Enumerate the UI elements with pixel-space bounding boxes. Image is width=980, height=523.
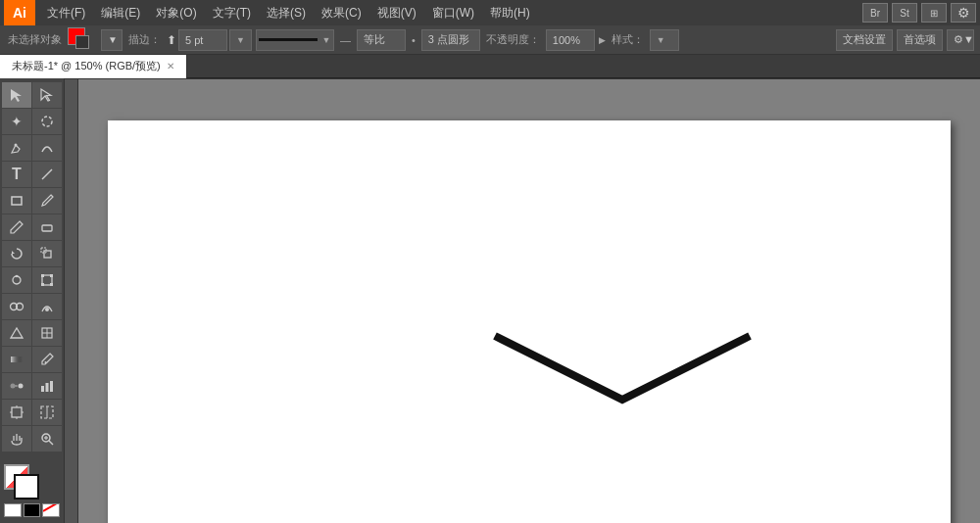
- rotate-tool[interactable]: [2, 241, 31, 266]
- menu-select[interactable]: 选择(S): [259, 0, 314, 25]
- mesh-tool[interactable]: [32, 320, 62, 346]
- eyedropper-tool[interactable]: [32, 347, 62, 372]
- stroke-preview[interactable]: ▼: [256, 29, 334, 51]
- svg-point-1: [15, 144, 18, 147]
- none-swatch[interactable]: [42, 503, 60, 517]
- eraser-tool[interactable]: [32, 214, 62, 240]
- ruler-wrapper: [65, 78, 980, 523]
- svg-point-0: [42, 117, 52, 126]
- paintbrush-tool[interactable]: [32, 188, 62, 214]
- selection-tool[interactable]: [2, 82, 31, 108]
- blend-tool[interactable]: [2, 373, 31, 399]
- preferences-btn[interactable]: 首选项: [897, 29, 943, 51]
- magic-wand-tool[interactable]: ✦: [2, 109, 31, 134]
- svg-point-17: [45, 308, 49, 311]
- menu-window[interactable]: 窗口(W): [424, 0, 482, 25]
- bridge-icon-btn[interactable]: Br: [862, 3, 888, 23]
- tab-0-close[interactable]: ✕: [167, 61, 174, 71]
- puppet-warp-tool[interactable]: [2, 267, 31, 293]
- svg-rect-4: [42, 225, 52, 231]
- lasso-tool[interactable]: [32, 109, 62, 134]
- stroke-width-value[interactable]: 5 pt: [178, 29, 227, 51]
- doc-settings-btn[interactable]: 文档设置: [836, 29, 893, 51]
- white-swatch[interactable]: [4, 503, 22, 517]
- free-transform-tool[interactable]: [32, 267, 62, 293]
- style-btn[interactable]: ▼: [650, 29, 679, 51]
- svg-point-25: [19, 384, 24, 389]
- style-label: 样式：: [610, 32, 646, 47]
- menu-file[interactable]: 文件(F): [39, 0, 93, 25]
- anchor-btn[interactable]: 3 点圆形: [421, 29, 480, 51]
- ai-logo: Ai: [4, 0, 35, 25]
- tool-row-zoom-hand: [2, 426, 62, 452]
- no-selection-label: 未选择对象: [6, 32, 64, 47]
- svg-rect-27: [41, 386, 44, 392]
- type-tool[interactable]: T: [2, 162, 31, 187]
- stroke-type-label: —: [338, 34, 353, 46]
- grid-icon-btn[interactable]: ⊞: [921, 3, 947, 23]
- canvas: [108, 120, 951, 524]
- tab-0[interactable]: 未标题-1* @ 150% (RGB/预览) ✕: [0, 55, 187, 78]
- stroke-type-btn[interactable]: 等比: [357, 29, 406, 51]
- anchor-label-prefix: •: [410, 34, 417, 46]
- search-icon-btn[interactable]: ⚙: [951, 3, 976, 23]
- fg-bg-swatches[interactable]: [4, 464, 49, 499]
- gradient-tool[interactable]: [2, 347, 31, 372]
- direct-selection-tool[interactable]: [32, 82, 62, 108]
- tool-row-7: [2, 241, 62, 266]
- svg-rect-3: [12, 197, 22, 205]
- toolbar: 未选择对象 ▼ 描边： ⬆ 5 pt ▼ ▼ — 等比 • 3 点圆形 不透明度…: [0, 25, 980, 55]
- tab-0-label: 未标题-1* @ 150% (RGB/预览): [12, 59, 161, 73]
- svg-point-9: [16, 275, 18, 277]
- menu-bar-right: Br St ⊞ ⚙: [862, 3, 976, 23]
- slice-tool[interactable]: [32, 400, 62, 425]
- svg-marker-18: [11, 328, 23, 338]
- opacity-value[interactable]: 100%: [546, 29, 595, 51]
- svg-rect-11: [41, 274, 44, 277]
- svg-point-23: [45, 361, 47, 363]
- stroke-label: 描边：: [126, 32, 163, 47]
- rect-tool[interactable]: [2, 188, 31, 214]
- svg-rect-12: [50, 274, 53, 277]
- tab-bar: 未标题-1* @ 150% (RGB/预览) ✕: [0, 55, 980, 78]
- tool-row-6: [2, 214, 62, 240]
- svg-rect-14: [50, 283, 53, 286]
- tool-row-2: ✦: [2, 109, 62, 134]
- menu-text[interactable]: 文字(T): [205, 0, 259, 25]
- svg-rect-28: [46, 383, 49, 392]
- black-swatch[interactable]: [24, 503, 41, 517]
- toolbar-right: 文档设置 首选项 ⚙▼: [836, 29, 974, 51]
- options-btn[interactable]: ⚙▼: [947, 29, 974, 51]
- menu-object[interactable]: 对象(O): [148, 0, 204, 25]
- tool-row-12: [2, 373, 62, 399]
- ruler-vertical: [65, 79, 78, 523]
- pencil-tool[interactable]: [2, 214, 31, 240]
- svg-rect-6: [44, 251, 51, 258]
- menu-edit[interactable]: 编辑(E): [93, 0, 148, 25]
- shape-builder-tool[interactable]: [2, 294, 31, 319]
- menu-bar: Ai 文件(F) 编辑(E) 对象(O) 文字(T) 选择(S) 效果(C) 视…: [0, 0, 980, 25]
- main-area: ✦ T: [0, 78, 980, 523]
- perspective-tool[interactable]: [2, 320, 31, 346]
- canvas-area[interactable]: [78, 79, 980, 523]
- line-tool[interactable]: [32, 162, 62, 187]
- artboard-tool[interactable]: [2, 400, 31, 425]
- live-paint-tool[interactable]: [32, 294, 62, 319]
- column-graph-tool[interactable]: [32, 373, 62, 399]
- hand-tool[interactable]: [2, 426, 31, 452]
- stroke-color-indicator[interactable]: [68, 27, 95, 53]
- menu-help[interactable]: 帮助(H): [482, 0, 538, 25]
- svg-rect-22: [11, 357, 23, 362]
- curvature-tool[interactable]: [32, 135, 62, 161]
- zoom-tool[interactable]: [32, 426, 62, 452]
- canvas-svg: [108, 120, 951, 524]
- background-color[interactable]: [14, 474, 39, 499]
- stroke-width-dropdown[interactable]: ▼: [229, 29, 252, 51]
- menu-view[interactable]: 视图(V): [369, 0, 424, 25]
- menu-effect[interactable]: 效果(C): [314, 0, 369, 25]
- scale-tool[interactable]: [32, 241, 62, 266]
- stock-icon-btn[interactable]: St: [892, 3, 917, 23]
- bottom-swatches: [4, 503, 60, 517]
- pen-tool[interactable]: [2, 135, 31, 161]
- stroke-width-btn[interactable]: ▼: [101, 29, 122, 51]
